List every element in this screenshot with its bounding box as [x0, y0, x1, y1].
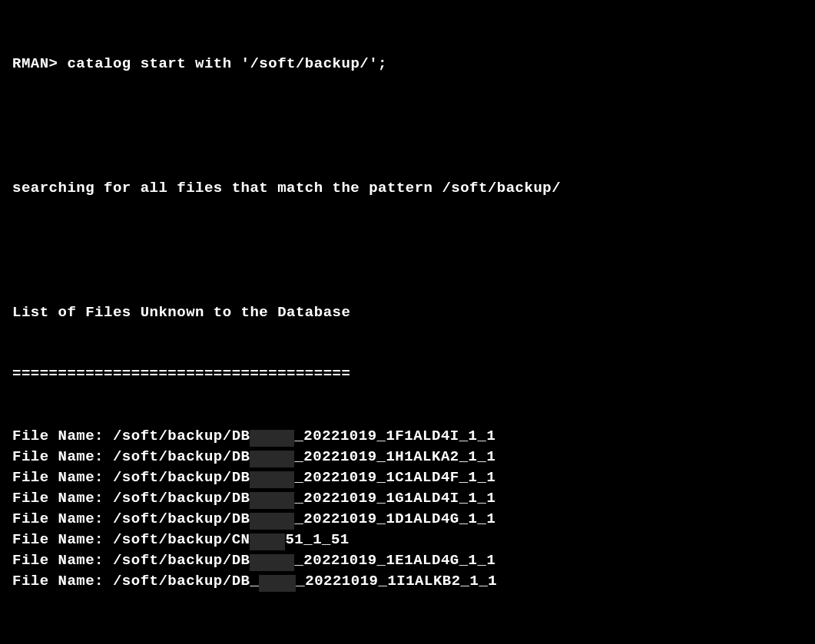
file-path-prefix: /soft/backup/DB: [113, 426, 250, 447]
file-entry: File Name: /soft/backup/DB_20221019_1H1A…: [12, 447, 803, 467]
file-path-prefix: /soft/backup/DB: [113, 447, 250, 467]
file-entry: File Name: /soft/backup/DB_20221019_1E1A…: [12, 550, 803, 571]
redacted-block: [259, 575, 296, 592]
file-path-prefix: /soft/backup/DB: [113, 488, 250, 509]
blank-line: [12, 116, 803, 137]
file-path-suffix: _20221019_1G1ALD4I_1_1: [294, 488, 495, 509]
file-path-suffix: _20221019_1F1ALD4I_1_1: [294, 426, 495, 447]
file-path-suffix: _20221019_1H1ALKA2_1_1: [294, 447, 495, 467]
rman-prompt: RMAN>: [12, 55, 58, 72]
file-entry: File Name: /soft/backup/DB_20221019_1C1A…: [12, 467, 803, 488]
command-text: catalog start with '/soft/backup/';: [67, 55, 387, 72]
redacted-block: [250, 492, 294, 509]
file-entry: File Name: /soft/backup/DB_20221019_1G1A…: [12, 488, 803, 509]
file-path-suffix: _20221019_1E1ALD4G_1_1: [294, 550, 495, 571]
file-label: File Name:: [12, 488, 113, 509]
file-path-suffix: _20221019_1C1ALD4F_1_1: [294, 467, 495, 488]
file-label: File Name:: [12, 550, 113, 571]
file-entry: File Name: /soft/backup/CN51_1_51: [12, 530, 803, 550]
separator-line: =====================================: [12, 364, 803, 385]
file-label: File Name:: [12, 467, 113, 488]
redacted-block: [250, 471, 294, 488]
redacted-block: [250, 513, 294, 530]
file-path-prefix: /soft/backup/DB: [113, 467, 250, 488]
file-label: File Name:: [12, 447, 113, 467]
blank-line: [12, 240, 803, 261]
searching-message: searching for all files that match the p…: [12, 178, 803, 199]
command-line: RMAN> catalog start with '/soft/backup/'…: [12, 54, 803, 74]
file-label: File Name:: [12, 530, 113, 550]
redacted-block: [250, 554, 294, 571]
unknown-files-header: List of Files Unknown to the Database: [12, 302, 803, 323]
file-path-suffix: 51_1_51: [285, 530, 349, 550]
file-entry: File Name: /soft/backup/DB__20221019_1I1…: [12, 571, 803, 592]
file-label: File Name:: [12, 571, 113, 592]
file-label: File Name:: [12, 426, 113, 447]
file-path-prefix: /soft/backup/DB: [113, 509, 250, 530]
redacted-block: [250, 430, 294, 447]
terminal-output: RMAN> catalog start with '/soft/backup/'…: [12, 12, 803, 644]
file-label: File Name:: [12, 509, 113, 530]
file-path-suffix: _20221019_1I1ALKB2_1_1: [296, 571, 497, 592]
file-path-suffix: _20221019_1D1ALD4G_1_1: [294, 509, 495, 530]
file-path-prefix: /soft/backup/CN: [113, 530, 250, 550]
redacted-block: [250, 451, 294, 467]
file-entry: File Name: /soft/backup/DB_20221019_1D1A…: [12, 509, 803, 530]
file-entry: File Name: /soft/backup/DB_20221019_1F1A…: [12, 426, 803, 447]
redacted-block: [250, 533, 285, 550]
file-path-prefix: /soft/backup/DB_: [113, 571, 259, 592]
file-path-prefix: /soft/backup/DB: [113, 550, 250, 571]
blank-line: [12, 633, 803, 644]
